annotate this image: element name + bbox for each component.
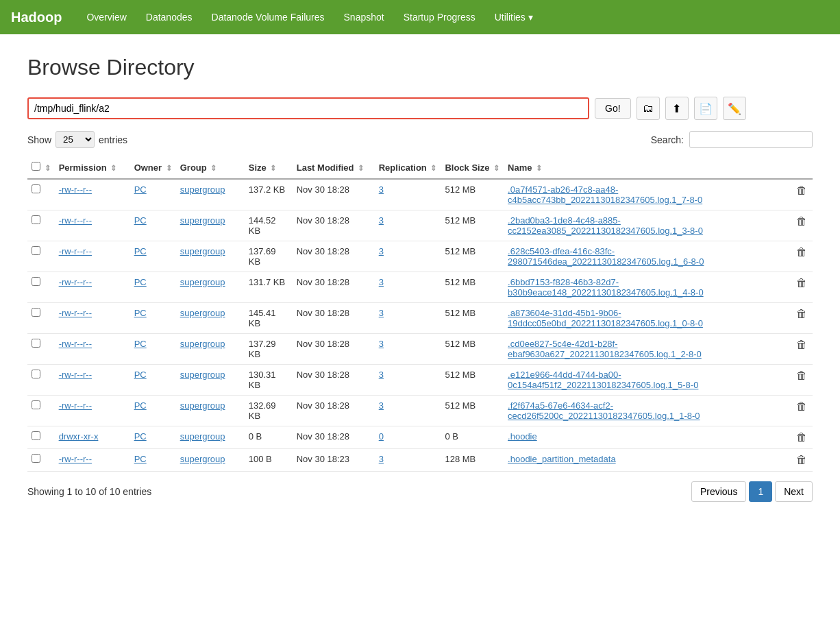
owner-link-7[interactable]: PC xyxy=(134,400,147,411)
row-checkbox-5[interactable] xyxy=(32,339,40,348)
row-checkbox-0[interactable] xyxy=(32,184,40,193)
owner-link-0[interactable]: PC xyxy=(134,184,147,195)
folder-icon-button[interactable]: 🗂 xyxy=(637,97,660,120)
nav-item-startup-progress[interactable]: Startup Progress xyxy=(395,12,484,23)
name-link-7[interactable]: .f2f674a5-67e6-4634-acf2-cecd26f5200c_20… xyxy=(508,400,700,421)
permission-link-5[interactable]: -rw-r--r-- xyxy=(59,339,92,349)
replication-link-1[interactable]: 3 xyxy=(379,215,384,226)
name-link-2[interactable]: .628c5403-dfea-416c-83fc-298071546dea_20… xyxy=(508,246,704,267)
permission-link-3[interactable]: -rw-r--r-- xyxy=(59,277,92,287)
replication-link-2[interactable]: 3 xyxy=(379,246,384,256)
permission-link-0[interactable]: -rw-r--r-- xyxy=(59,184,92,195)
owner-link-8[interactable]: PC xyxy=(134,431,147,442)
row-checkbox-6[interactable] xyxy=(32,370,40,378)
group-link-4[interactable]: supergroup xyxy=(180,308,225,318)
nav-link-snapshot[interactable]: Snapshot xyxy=(336,8,393,27)
owner-link-1[interactable]: PC xyxy=(134,215,147,226)
th-lastmod[interactable]: Last Modified ⇕ xyxy=(293,156,375,179)
doc-icon-button[interactable]: 📄 xyxy=(694,97,717,120)
nav-item-overview[interactable]: Overview xyxy=(78,12,134,23)
row-checkbox-2[interactable] xyxy=(32,246,40,255)
name-link-8[interactable]: .hoodie xyxy=(508,431,537,442)
row-checkbox-4[interactable] xyxy=(32,308,40,317)
name-link-9[interactable]: .hoodie_partition_metadata xyxy=(508,454,616,464)
group-link-7[interactable]: supergroup xyxy=(180,400,225,411)
replication-link-3[interactable]: 3 xyxy=(379,277,384,287)
owner-link-2[interactable]: PC xyxy=(134,246,147,256)
permission-link-4[interactable]: -rw-r--r-- xyxy=(59,308,92,318)
delete-icon-8[interactable]: 🗑 xyxy=(796,431,807,443)
row-checkbox-9[interactable] xyxy=(32,454,40,463)
group-link-6[interactable]: supergroup xyxy=(180,370,225,380)
row-checkbox-8[interactable] xyxy=(32,431,40,440)
name-link-1[interactable]: .2bad0ba3-1de8-4c48-a885-cc2152ea3085_20… xyxy=(508,215,703,236)
delete-icon-2[interactable]: 🗑 xyxy=(796,246,807,258)
page-1-button[interactable]: 1 xyxy=(749,481,772,502)
row-checkbox-3[interactable] xyxy=(32,277,40,286)
owner-link-6[interactable]: PC xyxy=(134,370,147,380)
edit-icon-button[interactable]: ✏️ xyxy=(723,97,746,120)
name-link-6[interactable]: .e121e966-44dd-4744-ba00-0c154a4f51f2_20… xyxy=(508,370,698,390)
th-group[interactable]: Group ⇕ xyxy=(176,156,245,179)
nav-link-datanode-volume-failures[interactable]: Datanode Volume Failures xyxy=(203,8,333,27)
owner-link-4[interactable]: PC xyxy=(134,308,147,318)
group-link-3[interactable]: supergroup xyxy=(180,277,225,287)
delete-icon-3[interactable]: 🗑 xyxy=(796,277,807,289)
th-name[interactable]: Name ⇕ xyxy=(504,156,792,179)
group-link-2[interactable]: supergroup xyxy=(180,246,225,256)
th-permission[interactable]: Permission ⇕ xyxy=(55,156,130,179)
owner-link-3[interactable]: PC xyxy=(134,277,147,287)
name-link-4[interactable]: .a873604e-31dd-45b1-9b06-19ddcc05e0bd_20… xyxy=(508,308,703,328)
replication-link-8[interactable]: 0 xyxy=(379,431,384,442)
name-link-3[interactable]: .6bbd7153-f828-46b3-82d7-b30b9eace148_20… xyxy=(508,277,704,298)
nav-link-overview[interactable]: Overview xyxy=(78,8,134,27)
navbar-brand[interactable]: Hadoop xyxy=(11,10,62,25)
name-link-5[interactable]: .cd0ee827-5c4e-42d1-b28f-ebaf9630a627_20… xyxy=(508,339,702,359)
nav-item-datanodes[interactable]: Datanodes xyxy=(138,12,201,23)
entries-select[interactable]: 25 10 50 100 xyxy=(55,131,95,148)
group-link-8[interactable]: supergroup xyxy=(180,431,225,442)
delete-icon-6[interactable]: 🗑 xyxy=(796,370,807,381)
th-owner[interactable]: Owner ⇕ xyxy=(130,156,176,179)
row-checkbox-7[interactable] xyxy=(32,400,40,409)
permission-link-2[interactable]: -rw-r--r-- xyxy=(59,246,92,256)
permission-link-9[interactable]: -rw-r--r-- xyxy=(59,454,92,464)
th-replication[interactable]: Replication ⇕ xyxy=(375,156,441,179)
nav-item-snapshot[interactable]: Snapshot xyxy=(336,12,393,23)
nav-item-datanode-volume-failures[interactable]: Datanode Volume Failures xyxy=(203,12,333,23)
previous-button[interactable]: Previous xyxy=(691,481,746,502)
delete-icon-5[interactable]: 🗑 xyxy=(796,339,807,350)
permission-link-6[interactable]: -rw-r--r-- xyxy=(59,370,92,380)
replication-link-4[interactable]: 3 xyxy=(379,308,384,318)
permission-link-8[interactable]: drwxr-xr-x xyxy=(59,431,99,442)
permission-link-7[interactable]: -rw-r--r-- xyxy=(59,400,92,411)
next-button[interactable]: Next xyxy=(775,481,813,502)
nav-item-utilities[interactable]: Utilities xyxy=(486,12,541,23)
permission-link-1[interactable]: -rw-r--r-- xyxy=(59,215,92,226)
replication-link-7[interactable]: 3 xyxy=(379,400,384,411)
replication-link-0[interactable]: 3 xyxy=(379,184,384,195)
delete-icon-7[interactable]: 🗑 xyxy=(796,400,807,412)
th-size[interactable]: Size ⇕ xyxy=(245,156,293,179)
replication-link-9[interactable]: 3 xyxy=(379,454,384,464)
nav-link-utilities[interactable]: Utilities xyxy=(486,8,541,27)
delete-icon-4[interactable]: 🗑 xyxy=(796,308,807,320)
go-button[interactable]: Go! xyxy=(595,98,631,119)
delete-icon-1[interactable]: 🗑 xyxy=(796,215,807,227)
group-link-5[interactable]: supergroup xyxy=(180,339,225,349)
row-checkbox-1[interactable] xyxy=(32,215,40,224)
th-blocksize[interactable]: Block Size ⇕ xyxy=(441,156,504,179)
owner-link-5[interactable]: PC xyxy=(134,339,147,349)
delete-icon-0[interactable]: 🗑 xyxy=(796,184,807,196)
up-icon-button[interactable]: ⬆ xyxy=(665,97,689,120)
select-all-checkbox[interactable] xyxy=(32,162,40,171)
nav-link-startup-progress[interactable]: Startup Progress xyxy=(395,8,484,27)
search-input[interactable] xyxy=(689,131,813,148)
name-link-0[interactable]: .0a7f4571-ab26-47c8-aa48-c4b5acc743bb_20… xyxy=(508,184,702,205)
path-input[interactable] xyxy=(27,97,589,119)
owner-link-9[interactable]: PC xyxy=(134,454,147,464)
delete-icon-9[interactable]: 🗑 xyxy=(796,454,807,466)
group-link-9[interactable]: supergroup xyxy=(180,454,225,464)
group-link-1[interactable]: supergroup xyxy=(180,215,225,226)
group-link-0[interactable]: supergroup xyxy=(180,184,225,195)
